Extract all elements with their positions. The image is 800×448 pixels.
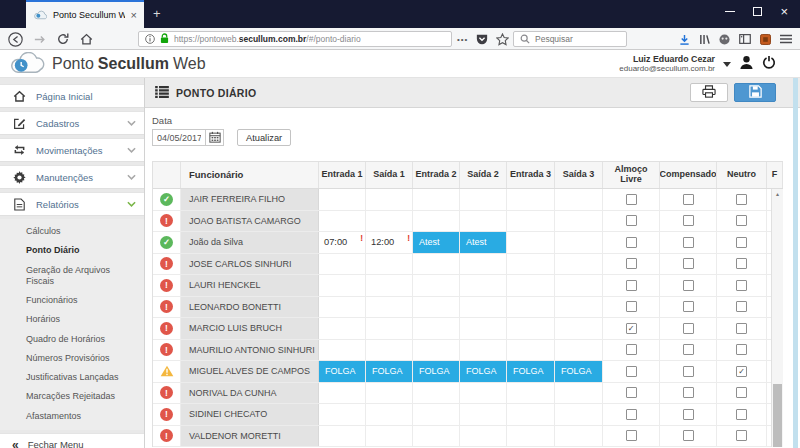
time-cell[interactable]	[319, 426, 366, 447]
time-cell[interactable]	[555, 189, 603, 210]
time-cell[interactable]	[366, 318, 413, 339]
time-cell[interactable]	[460, 426, 507, 447]
time-cell[interactable]	[555, 297, 603, 318]
checkbox[interactable]	[736, 430, 747, 441]
lock-icon[interactable]	[160, 30, 169, 48]
time-cell[interactable]	[507, 189, 555, 210]
sidebar-subitem-ponto-diario[interactable]: Ponto Diário	[0, 241, 144, 260]
back-icon[interactable]	[8, 32, 23, 47]
checkbox[interactable]	[683, 215, 694, 226]
time-cell[interactable]	[555, 340, 603, 361]
sidebar-subitem-justificativas-lancadas[interactable]: Justificativas Lançadas	[0, 368, 144, 387]
time-cell[interactable]: 12:00!	[366, 232, 413, 253]
sidebar-subitem-geracao-de-arquivos-fiscais[interactable]: Geração de Arquivos Fiscais	[0, 261, 144, 292]
page-actions-icon[interactable]: •••	[457, 35, 468, 44]
library-icon[interactable]	[699, 34, 710, 45]
time-cell[interactable]: FOLGA	[460, 361, 507, 382]
checkbox[interactable]	[736, 409, 747, 420]
time-cell[interactable]	[366, 189, 413, 210]
extension-orange-icon[interactable]	[760, 34, 771, 45]
checkbox[interactable]	[683, 280, 694, 291]
logout-power-icon[interactable]	[762, 55, 776, 73]
checkbox[interactable]	[626, 237, 637, 248]
time-cell[interactable]	[366, 254, 413, 275]
time-cell[interactable]	[555, 275, 603, 296]
time-cell[interactable]	[413, 383, 460, 404]
info-icon[interactable]	[145, 30, 155, 48]
sidebar-subitem-marcacoes-rejeitadas[interactable]: Marcações Rejeitadas	[0, 387, 144, 406]
time-cell[interactable]: FOLGA	[507, 361, 555, 382]
time-cell[interactable]	[555, 254, 603, 275]
time-cell[interactable]	[319, 189, 366, 210]
time-cell[interactable]	[460, 318, 507, 339]
new-tab-button[interactable]: +	[153, 6, 161, 21]
time-cell[interactable]	[460, 211, 507, 232]
time-cell[interactable]	[460, 254, 507, 275]
sidebar-toggle-icon[interactable]	[739, 34, 751, 44]
checkbox[interactable]	[626, 430, 637, 441]
checkbox[interactable]	[683, 301, 694, 312]
time-cell[interactable]	[507, 318, 555, 339]
time-cell[interactable]	[507, 254, 555, 275]
print-button[interactable]	[690, 83, 728, 102]
time-cell[interactable]	[507, 426, 555, 447]
time-cell[interactable]	[460, 340, 507, 361]
time-cell[interactable]	[319, 404, 366, 425]
date-input[interactable]	[152, 129, 206, 146]
time-cell[interactable]	[319, 275, 366, 296]
time-cell[interactable]	[555, 232, 603, 253]
time-cell[interactable]	[507, 383, 555, 404]
time-cell[interactable]	[507, 211, 555, 232]
time-cell[interactable]	[507, 404, 555, 425]
time-cell[interactable]	[413, 275, 460, 296]
time-cell[interactable]	[507, 232, 555, 253]
chevron-down-icon[interactable]	[723, 62, 731, 67]
time-cell[interactable]: FOLGA	[555, 361, 603, 382]
time-cell[interactable]	[413, 297, 460, 318]
calendar-button[interactable]	[206, 129, 224, 146]
time-cell[interactable]	[366, 297, 413, 318]
checkbox[interactable]	[736, 323, 747, 334]
time-cell[interactable]	[555, 318, 603, 339]
checkbox[interactable]	[626, 344, 637, 355]
time-cell[interactable]	[366, 340, 413, 361]
browser-tab[interactable]: Ponto Secullum Web ×	[26, 0, 144, 28]
window-minimize-button[interactable]	[725, 11, 735, 12]
time-cell[interactable]	[319, 383, 366, 404]
checkbox[interactable]	[736, 344, 747, 355]
scrollbar-thumb[interactable]	[773, 384, 782, 447]
time-cell[interactable]	[555, 211, 603, 232]
time-cell[interactable]: 07:00!	[319, 232, 366, 253]
checkbox[interactable]	[683, 237, 694, 248]
time-cell[interactable]	[413, 404, 460, 425]
sidebar-item-pagina-inicial[interactable]: Página Inicial	[0, 84, 144, 108]
sidebar-subitem-numeros-provisorios[interactable]: Números Provisórios	[0, 349, 144, 368]
time-cell[interactable]	[366, 426, 413, 447]
time-cell[interactable]	[366, 383, 413, 404]
checkbox[interactable]	[683, 366, 694, 377]
time-cell[interactable]	[319, 254, 366, 275]
sidebar-subitem-horarios[interactable]: Horários	[0, 310, 144, 329]
search-box[interactable]	[513, 31, 627, 47]
checkbox[interactable]	[736, 280, 747, 291]
sidebar-item-manutencoes[interactable]: Manutenções	[0, 165, 144, 189]
checkbox[interactable]	[683, 344, 694, 355]
time-cell[interactable]: FOLGA	[319, 361, 366, 382]
menu-hamburger-icon[interactable]	[780, 34, 792, 44]
table-scrollbar[interactable]: ▴	[771, 189, 783, 447]
window-maximize-button[interactable]	[753, 7, 762, 16]
time-cell[interactable]: Atest	[413, 232, 460, 253]
checkbox[interactable]	[626, 366, 637, 377]
time-cell[interactable]	[366, 211, 413, 232]
checkbox[interactable]	[626, 409, 637, 420]
checkbox[interactable]	[736, 258, 747, 269]
save-button[interactable]	[734, 83, 776, 102]
sidebar-item-movimentacoes[interactable]: Movimentações	[0, 138, 144, 162]
checkbox[interactable]	[626, 387, 637, 398]
time-cell[interactable]	[460, 189, 507, 210]
pocket-icon[interactable]	[476, 33, 488, 45]
browser-home-icon[interactable]	[80, 33, 93, 46]
sidebar-close-menu[interactable]: « Fechar Menu	[0, 433, 144, 448]
time-cell[interactable]	[413, 318, 460, 339]
time-cell[interactable]	[413, 426, 460, 447]
